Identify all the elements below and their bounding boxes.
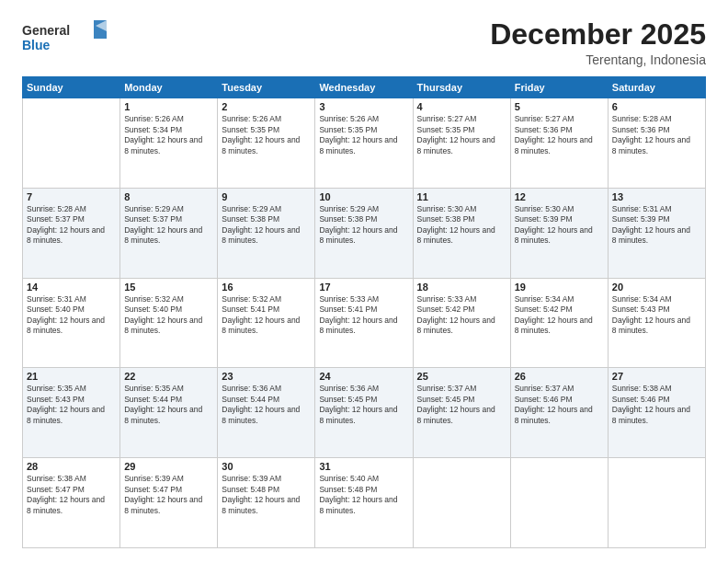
day-info: Sunrise: 5:26 AMSunset: 5:35 PMDaylight:…	[222, 114, 311, 156]
day-info: Sunrise: 5:27 AMSunset: 5:36 PMDaylight:…	[515, 114, 604, 156]
table-row: 10Sunrise: 5:29 AMSunset: 5:38 PMDayligh…	[315, 188, 413, 278]
table-row: 25Sunrise: 5:37 AMSunset: 5:45 PMDayligh…	[413, 368, 510, 458]
table-row: 22Sunrise: 5:35 AMSunset: 5:44 PMDayligh…	[120, 368, 218, 458]
day-number: 6	[612, 101, 701, 112]
day-info: Sunrise: 5:36 AMSunset: 5:45 PMDaylight:…	[319, 384, 408, 426]
table-row: 26Sunrise: 5:37 AMSunset: 5:46 PMDayligh…	[510, 368, 608, 458]
day-info: Sunrise: 5:34 AMSunset: 5:43 PMDaylight:…	[612, 294, 701, 337]
col-saturday: Saturday	[608, 77, 705, 98]
day-info: Sunrise: 5:28 AMSunset: 5:37 PMDaylight:…	[27, 204, 116, 247]
table-row: 30Sunrise: 5:39 AMSunset: 5:48 PMDayligh…	[218, 458, 315, 548]
day-number: 25	[417, 371, 506, 382]
day-number: 5	[515, 101, 604, 112]
table-row: 29Sunrise: 5:39 AMSunset: 5:47 PMDayligh…	[120, 458, 218, 548]
table-row: 18Sunrise: 5:33 AMSunset: 5:42 PMDayligh…	[413, 278, 510, 368]
table-row: 16Sunrise: 5:32 AMSunset: 5:41 PMDayligh…	[218, 278, 315, 368]
col-wednesday: Wednesday	[315, 77, 413, 98]
col-tuesday: Tuesday	[218, 77, 315, 98]
day-number: 21	[27, 371, 116, 382]
table-row	[608, 458, 705, 548]
day-info: Sunrise: 5:38 AMSunset: 5:47 PMDaylight:…	[27, 474, 116, 516]
header: General Blue December 2025 Terentang, In…	[22, 18, 706, 67]
logo-svg: General Blue	[22, 18, 123, 57]
day-info: Sunrise: 5:32 AMSunset: 5:41 PMDaylight:…	[222, 294, 311, 337]
day-info: Sunrise: 5:40 AMSunset: 5:48 PMDaylight:…	[319, 474, 408, 516]
table-row: 14Sunrise: 5:31 AMSunset: 5:40 PMDayligh…	[23, 278, 120, 368]
day-info: Sunrise: 5:35 AMSunset: 5:44 PMDaylight:…	[124, 384, 213, 426]
day-info: Sunrise: 5:33 AMSunset: 5:41 PMDaylight:…	[319, 294, 408, 337]
logo: General Blue	[22, 18, 123, 61]
day-info: Sunrise: 5:30 AMSunset: 5:38 PMDaylight:…	[417, 204, 506, 247]
day-number: 11	[417, 191, 506, 202]
table-row: 5Sunrise: 5:27 AMSunset: 5:36 PMDaylight…	[510, 98, 608, 189]
table-row	[510, 458, 608, 548]
table-row: 9Sunrise: 5:29 AMSunset: 5:38 PMDaylight…	[218, 188, 315, 278]
day-number: 23	[222, 371, 311, 382]
table-row	[23, 98, 120, 189]
svg-text:General: General	[22, 23, 70, 38]
day-number: 24	[319, 371, 408, 382]
table-row: 20Sunrise: 5:34 AMSunset: 5:43 PMDayligh…	[608, 278, 705, 368]
day-number: 10	[319, 191, 408, 202]
month-title: December 2025	[490, 18, 706, 51]
day-number: 17	[319, 282, 408, 293]
day-number: 9	[222, 191, 311, 202]
day-number: 27	[612, 371, 701, 382]
calendar-week-row: 1Sunrise: 5:26 AMSunset: 5:34 PMDaylight…	[23, 98, 706, 189]
table-row: 12Sunrise: 5:30 AMSunset: 5:39 PMDayligh…	[510, 188, 608, 278]
day-number: 18	[417, 282, 506, 293]
day-number: 7	[27, 191, 116, 202]
table-row: 1Sunrise: 5:26 AMSunset: 5:34 PMDaylight…	[120, 98, 218, 189]
day-number: 22	[124, 371, 213, 382]
table-row: 2Sunrise: 5:26 AMSunset: 5:35 PMDaylight…	[218, 98, 315, 189]
calendar-table: Sunday Monday Tuesday Wednesday Thursday…	[22, 76, 706, 548]
col-friday: Friday	[510, 77, 608, 98]
col-sunday: Sunday	[23, 77, 120, 98]
day-number: 26	[515, 371, 604, 382]
table-row: 24Sunrise: 5:36 AMSunset: 5:45 PMDayligh…	[315, 368, 413, 458]
title-block: December 2025 Terentang, Indonesia	[490, 18, 706, 67]
day-info: Sunrise: 5:26 AMSunset: 5:34 PMDaylight:…	[124, 114, 213, 156]
day-info: Sunrise: 5:28 AMSunset: 5:36 PMDaylight:…	[612, 114, 701, 156]
day-number: 30	[222, 461, 311, 472]
table-row: 19Sunrise: 5:34 AMSunset: 5:42 PMDayligh…	[510, 278, 608, 368]
day-number: 3	[319, 101, 408, 112]
table-row: 13Sunrise: 5:31 AMSunset: 5:39 PMDayligh…	[608, 188, 705, 278]
calendar-week-row: 21Sunrise: 5:35 AMSunset: 5:43 PMDayligh…	[23, 368, 706, 458]
table-row: 28Sunrise: 5:38 AMSunset: 5:47 PMDayligh…	[23, 458, 120, 548]
day-number: 29	[124, 461, 213, 472]
day-info: Sunrise: 5:39 AMSunset: 5:47 PMDaylight:…	[124, 474, 213, 516]
table-row: 15Sunrise: 5:32 AMSunset: 5:40 PMDayligh…	[120, 278, 218, 368]
day-number: 8	[124, 191, 213, 202]
svg-text:Blue: Blue	[22, 38, 51, 52]
day-number: 1	[124, 101, 213, 112]
table-row: 3Sunrise: 5:26 AMSunset: 5:35 PMDaylight…	[315, 98, 413, 189]
table-row: 21Sunrise: 5:35 AMSunset: 5:43 PMDayligh…	[23, 368, 120, 458]
day-info: Sunrise: 5:37 AMSunset: 5:46 PMDaylight:…	[515, 384, 604, 426]
table-row: 7Sunrise: 5:28 AMSunset: 5:37 PMDaylight…	[23, 188, 120, 278]
day-number: 16	[222, 282, 311, 293]
day-number: 31	[319, 461, 408, 472]
day-info: Sunrise: 5:29 AMSunset: 5:38 PMDaylight:…	[222, 204, 311, 247]
day-info: Sunrise: 5:27 AMSunset: 5:35 PMDaylight:…	[417, 114, 506, 156]
day-info: Sunrise: 5:29 AMSunset: 5:37 PMDaylight:…	[124, 204, 213, 247]
day-info: Sunrise: 5:29 AMSunset: 5:38 PMDaylight:…	[319, 204, 408, 247]
col-monday: Monday	[120, 77, 218, 98]
table-row: 6Sunrise: 5:28 AMSunset: 5:36 PMDaylight…	[608, 98, 705, 189]
day-number: 12	[515, 191, 604, 202]
day-info: Sunrise: 5:34 AMSunset: 5:42 PMDaylight:…	[515, 294, 604, 337]
calendar-header-row: Sunday Monday Tuesday Wednesday Thursday…	[23, 77, 706, 98]
table-row: 23Sunrise: 5:36 AMSunset: 5:44 PMDayligh…	[218, 368, 315, 458]
day-number: 4	[417, 101, 506, 112]
table-row: 27Sunrise: 5:38 AMSunset: 5:46 PMDayligh…	[608, 368, 705, 458]
day-info: Sunrise: 5:39 AMSunset: 5:48 PMDaylight:…	[222, 474, 311, 516]
day-number: 14	[27, 282, 116, 293]
day-info: Sunrise: 5:31 AMSunset: 5:39 PMDaylight:…	[612, 204, 701, 247]
calendar-week-row: 14Sunrise: 5:31 AMSunset: 5:40 PMDayligh…	[23, 278, 706, 368]
day-info: Sunrise: 5:36 AMSunset: 5:44 PMDaylight:…	[222, 384, 311, 426]
table-row: 31Sunrise: 5:40 AMSunset: 5:48 PMDayligh…	[315, 458, 413, 548]
day-info: Sunrise: 5:37 AMSunset: 5:45 PMDaylight:…	[417, 384, 506, 426]
logo-text: General Blue	[22, 18, 123, 61]
day-info: Sunrise: 5:38 AMSunset: 5:46 PMDaylight:…	[612, 384, 701, 426]
table-row: 4Sunrise: 5:27 AMSunset: 5:35 PMDaylight…	[413, 98, 510, 189]
